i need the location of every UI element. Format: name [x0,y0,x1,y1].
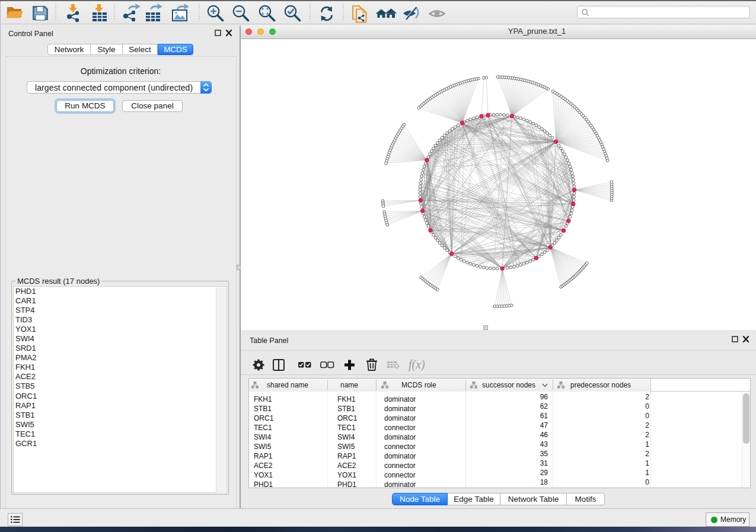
svg-text:f(x): f(x) [409,358,425,371]
